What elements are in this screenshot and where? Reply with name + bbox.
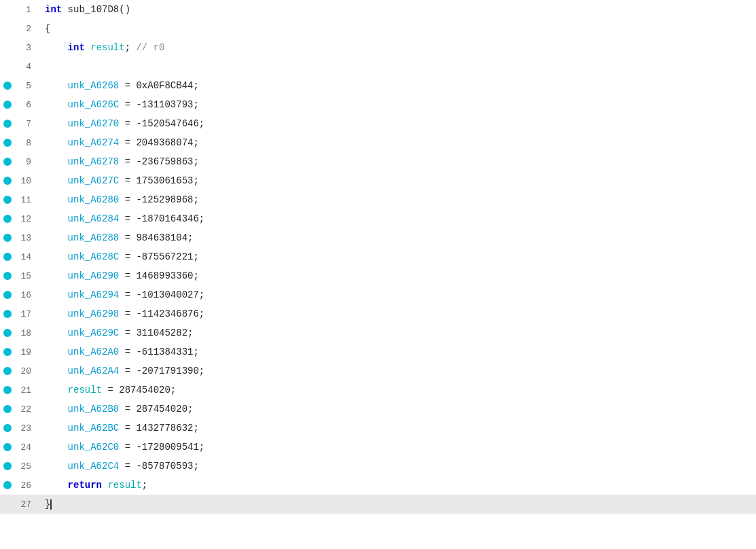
line-code: int sub_107D8() bbox=[39, 0, 756, 19]
plain-token: = 1753061653; bbox=[119, 175, 199, 186]
breakpoint-dot[interactable] bbox=[3, 348, 12, 356]
breakpoint-dot[interactable] bbox=[3, 177, 12, 185]
table-row: 25 unk_A62C4 = -857870593; bbox=[0, 457, 756, 476]
line-number: 20 bbox=[15, 361, 39, 380]
code-container: 1int sub_107D8()2{3 int result; // r045 … bbox=[0, 0, 756, 549]
line-dot-cell bbox=[0, 0, 15, 19]
line-number: 13 bbox=[15, 228, 39, 247]
breakpoint-dot[interactable] bbox=[3, 329, 12, 337]
line-code: unk_A62C0 = -1728009541; bbox=[39, 438, 756, 457]
plain-token bbox=[45, 308, 68, 319]
breakpoint-dot[interactable] bbox=[3, 310, 12, 318]
line-code: unk_A6284 = -1870164346; bbox=[39, 209, 756, 228]
plain-token bbox=[45, 404, 68, 414]
plain-token: sub_107D8() bbox=[62, 4, 130, 15]
line-dot-cell bbox=[0, 495, 15, 514]
plain-token bbox=[45, 270, 68, 281]
line-code: return result; bbox=[39, 476, 756, 495]
line-code: unk_A62C4 = -857870593; bbox=[39, 457, 756, 476]
breakpoint-dot[interactable] bbox=[3, 120, 12, 128]
table-row: 7 unk_A6270 = -1520547646; bbox=[0, 114, 756, 133]
line-number: 16 bbox=[15, 285, 39, 304]
line-code: unk_A62A0 = -611384331; bbox=[39, 342, 756, 361]
table-row: 27} bbox=[0, 495, 756, 514]
code-table: 1int sub_107D8()2{3 int result; // r045 … bbox=[0, 0, 756, 514]
table-row: 5 unk_A6268 = 0xA0F8CB44; bbox=[0, 76, 756, 95]
line-number: 23 bbox=[15, 419, 39, 438]
breakpoint-dot[interactable] bbox=[3, 234, 12, 242]
plain-token bbox=[45, 327, 68, 338]
result-variable-token: result bbox=[107, 480, 141, 491]
line-dot-cell bbox=[0, 419, 15, 438]
line-number: 25 bbox=[15, 457, 39, 476]
line-code: unk_A6274 = 2049368074; bbox=[39, 133, 756, 152]
plain-token bbox=[45, 156, 68, 167]
variable-token: unk_A62C4 bbox=[68, 461, 120, 472]
line-dot-cell bbox=[0, 323, 15, 342]
variable-token: unk_A6278 bbox=[68, 156, 120, 167]
plain-token bbox=[45, 423, 68, 433]
line-dot-cell bbox=[0, 209, 15, 228]
breakpoint-dot[interactable] bbox=[3, 443, 12, 451]
plain-token: = -131103793; bbox=[119, 99, 199, 110]
line-dot-cell bbox=[0, 57, 15, 76]
plain-token: = 984638104; bbox=[119, 232, 193, 243]
plain-token bbox=[45, 42, 68, 53]
breakpoint-dot[interactable] bbox=[3, 82, 12, 90]
line-code: unk_A62B8 = 287454020; bbox=[39, 400, 756, 419]
line-code: unk_A6268 = 0xA0F8CB44; bbox=[39, 76, 756, 95]
line-dot-cell bbox=[0, 247, 15, 266]
breakpoint-dot[interactable] bbox=[3, 424, 12, 432]
variable-token: unk_A626C bbox=[68, 99, 120, 110]
plain-token: = -857870593; bbox=[119, 461, 199, 472]
plain-token: = -2071791390; bbox=[119, 366, 204, 376]
plain-token: = 1468993360; bbox=[119, 270, 199, 281]
breakpoint-dot[interactable] bbox=[3, 215, 12, 223]
table-row: 17 unk_A6298 = -1142346876; bbox=[0, 304, 756, 323]
breakpoint-dot[interactable] bbox=[3, 291, 12, 299]
line-number: 6 bbox=[15, 95, 39, 114]
plain-token: = -875567221; bbox=[119, 251, 199, 262]
breakpoint-dot[interactable] bbox=[3, 481, 12, 489]
plain-token: = -236759863; bbox=[119, 156, 199, 167]
breakpoint-dot[interactable] bbox=[3, 158, 12, 166]
breakpoint-dot[interactable] bbox=[3, 272, 12, 280]
result-variable-token: result bbox=[68, 385, 102, 395]
table-row: 11 unk_A6280 = -125298968; bbox=[0, 190, 756, 209]
result-variable-token: result bbox=[90, 42, 124, 53]
line-code: unk_A626C = -131103793; bbox=[39, 95, 756, 114]
table-row: 26 return result; bbox=[0, 476, 756, 495]
table-row: 8 unk_A6274 = 2049368074; bbox=[0, 133, 756, 152]
variable-token: unk_A62B8 bbox=[68, 404, 120, 414]
breakpoint-dot[interactable] bbox=[3, 101, 12, 109]
variable-token: unk_A6268 bbox=[68, 80, 120, 91]
breakpoint-dot[interactable] bbox=[3, 367, 12, 375]
table-row: 2{ bbox=[0, 19, 756, 38]
plain-token: = 311045282; bbox=[119, 327, 193, 338]
plain-token bbox=[45, 137, 68, 148]
breakpoint-dot[interactable] bbox=[3, 139, 12, 147]
line-number: 7 bbox=[15, 114, 39, 133]
line-dot-cell bbox=[0, 304, 15, 323]
line-number: 26 bbox=[15, 476, 39, 495]
line-dot-cell bbox=[0, 285, 15, 304]
breakpoint-dot[interactable] bbox=[3, 462, 12, 470]
plain-token: = bbox=[119, 80, 136, 91]
comment-token: // r0 bbox=[136, 42, 164, 53]
line-dot-cell bbox=[0, 38, 15, 57]
line-dot-cell bbox=[0, 438, 15, 457]
table-row: 24 unk_A62C0 = -1728009541; bbox=[0, 438, 756, 457]
plain-token: = -1142346876; bbox=[119, 308, 204, 319]
table-row: 18 unk_A629C = 311045282; bbox=[0, 323, 756, 342]
plain-token bbox=[45, 289, 68, 300]
breakpoint-dot[interactable] bbox=[3, 253, 12, 261]
plain-token bbox=[45, 194, 68, 205]
line-number: 12 bbox=[15, 209, 39, 228]
line-dot-cell bbox=[0, 171, 15, 190]
breakpoint-dot[interactable] bbox=[3, 196, 12, 204]
plain-token bbox=[85, 42, 90, 53]
breakpoint-dot[interactable] bbox=[3, 405, 12, 413]
variable-token: unk_A62A0 bbox=[68, 347, 120, 357]
plain-token: = -1520547646; bbox=[119, 118, 204, 129]
breakpoint-dot[interactable] bbox=[3, 386, 12, 394]
